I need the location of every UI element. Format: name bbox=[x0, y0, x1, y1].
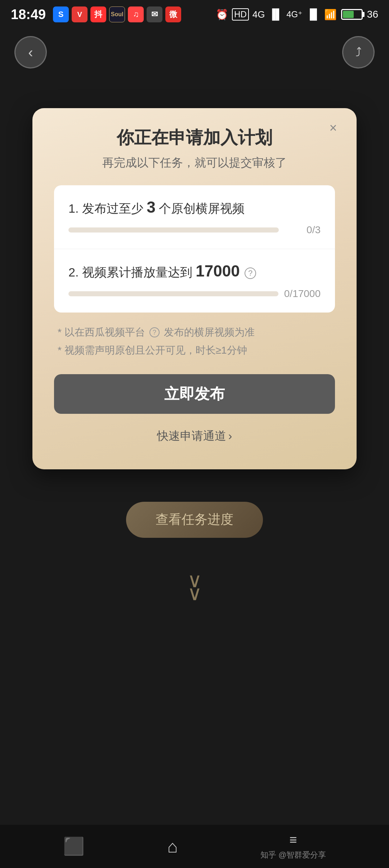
back-button[interactable]: ‹ bbox=[14, 36, 47, 68]
task-1-suffix: 个原创横屏视频 bbox=[159, 201, 245, 215]
bottom-back-icon: ⬛ bbox=[63, 836, 85, 856]
battery-indicator bbox=[341, 9, 363, 20]
close-icon: × bbox=[329, 120, 337, 136]
wifi-icon: 📶 bbox=[324, 9, 337, 21]
bottom-nav-zhihu-label: 知乎 @智群爱分享 bbox=[260, 850, 326, 860]
back-icon: ‹ bbox=[28, 44, 33, 61]
task-progress-button[interactable]: 查看任务进度 bbox=[126, 502, 263, 538]
network-4gplus-icon: 4G⁺ bbox=[286, 9, 303, 19]
app-icon-music: ♫ bbox=[128, 6, 144, 22]
app-icon-1: S bbox=[53, 6, 69, 22]
note-1-text: * 以在西瓜视频平台 bbox=[58, 323, 145, 341]
scroll-down-indicator: ∨ ∨ bbox=[187, 570, 202, 603]
note-1-text2: 发布的横屏视频为准 bbox=[164, 323, 255, 341]
task-1-title: 1. 发布过至少 3 个原创横屏视频 bbox=[68, 198, 321, 217]
quick-apply-text: 快速申请通道 bbox=[157, 428, 226, 444]
hd-icon: HD bbox=[232, 8, 249, 21]
task-1-highlight: 3 bbox=[147, 198, 155, 216]
publish-button[interactable]: 立即发布 bbox=[54, 374, 335, 414]
note-2-text: * 视频需声明原创且公开可见，时长≥1分钟 bbox=[58, 341, 247, 359]
quick-apply-arrow-icon: › bbox=[228, 429, 232, 443]
task-2-highlight: 17000 bbox=[196, 262, 240, 280]
main-dialog: × 你正在申请加入计划 再完成以下任务，就可以提交审核了 1. 发布过至少 3 … bbox=[32, 108, 357, 469]
task-2-info-icon[interactable]: ? bbox=[245, 267, 256, 279]
status-right: ⏰ HD 4G ▐▌ 4G⁺ ▐▌ 📶 36 bbox=[216, 8, 378, 21]
network-4g-icon: 4G bbox=[252, 9, 265, 20]
task-2-progress-bar bbox=[68, 291, 278, 296]
task-2-title: 2. 视频累计播放量达到 17000 ? bbox=[68, 262, 321, 281]
note-1: * 以在西瓜视频平台 ? 发布的横屏视频为准 bbox=[58, 323, 331, 341]
status-time: 18:49 bbox=[11, 7, 46, 22]
task-progress-button-label: 查看任务进度 bbox=[156, 511, 233, 528]
status-system-icons: ⏰ HD 4G ▐▌ 4G⁺ ▐▌ 📶 bbox=[216, 8, 337, 21]
battery-fill bbox=[343, 11, 354, 18]
task-2-progress-text: 0/17000 bbox=[284, 288, 321, 300]
tasks-card: 1. 发布过至少 3 个原创横屏视频 0/3 2. 视频累计播放量达到 1700… bbox=[54, 185, 335, 313]
signal2-icon: ▐▌ bbox=[306, 9, 321, 20]
app-icon-2: V bbox=[72, 6, 88, 22]
note-1-info-icon[interactable]: ? bbox=[149, 327, 160, 337]
task-1-progress-text: 0/3 bbox=[285, 224, 321, 236]
app-icon-mail: ✉ bbox=[147, 6, 162, 22]
notes-section: * 以在西瓜视频平台 ? 发布的横屏视频为准 * 视频需声明原创且公开可见，时长… bbox=[54, 323, 335, 360]
publish-button-label: 立即发布 bbox=[164, 384, 225, 404]
signal-icon: ▐▌ bbox=[268, 9, 283, 20]
task-2: 2. 视频累计播放量达到 17000 ? 0/17000 bbox=[54, 249, 335, 313]
task-1-progress-bar bbox=[68, 227, 279, 232]
dialog-title: 你正在申请加入计划 bbox=[54, 126, 335, 149]
share-button[interactable]: ⤴ bbox=[342, 36, 375, 68]
task-1-progress-wrap: 0/3 bbox=[68, 224, 321, 236]
dialog-overlay: × 你正在申请加入计划 再完成以下任务，就可以提交审核了 1. 发布过至少 3 … bbox=[0, 0, 389, 868]
note-2: * 视频需声明原创且公开可见，时长≥1分钟 bbox=[58, 341, 331, 359]
battery-percent: 36 bbox=[367, 9, 378, 20]
bottom-menu-icon: ≡ bbox=[290, 832, 297, 847]
dialog-subtitle: 再完成以下任务，就可以提交审核了 bbox=[54, 155, 335, 171]
status-bar: 18:49 S V 抖 Soul ♫ ✉ 微 ⏰ HD 4G ▐▌ 4G⁺ ▐▌… bbox=[0, 0, 389, 29]
task-2-progress-wrap: 0/17000 bbox=[68, 288, 321, 300]
status-app-icons: S V 抖 Soul ♫ ✉ 微 bbox=[53, 6, 181, 22]
bottom-home-icon: ⌂ bbox=[167, 837, 178, 856]
quick-apply-link[interactable]: 快速申请通道 › bbox=[54, 425, 335, 448]
bottom-nav-back[interactable]: ⬛ bbox=[63, 836, 85, 856]
alarm-icon: ⏰ bbox=[216, 9, 228, 21]
bottom-nav-home[interactable]: ⌂ bbox=[167, 837, 178, 856]
task-1-prefix: 1. 发布过至少 bbox=[68, 201, 147, 215]
bottom-nav-menu[interactable]: ≡ 知乎 @智群爱分享 bbox=[260, 832, 326, 860]
share-icon: ⤴ bbox=[356, 45, 362, 59]
app-icon-3: 抖 bbox=[90, 6, 106, 22]
chevron-2-icon: ∨ bbox=[187, 583, 202, 603]
task-1: 1. 发布过至少 3 个原创横屏视频 0/3 bbox=[54, 185, 335, 249]
app-icon-soul: Soul bbox=[109, 6, 125, 22]
close-button[interactable]: × bbox=[324, 119, 342, 137]
bottom-nav: ⬛ ⌂ ≡ 知乎 @智群爱分享 bbox=[0, 825, 389, 868]
app-icon-weibo: 微 bbox=[165, 6, 181, 22]
task-2-prefix: 2. 视频累计播放量达到 bbox=[68, 265, 196, 279]
